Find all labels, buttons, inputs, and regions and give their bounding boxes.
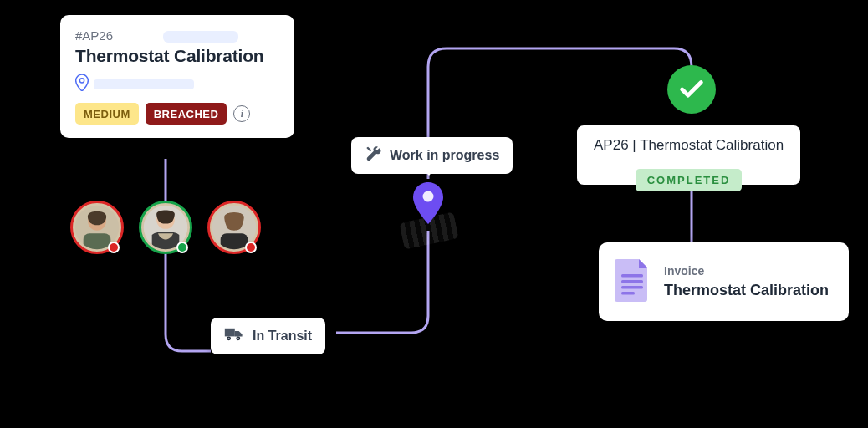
- document-icon: [614, 257, 651, 306]
- status-dot-available: [176, 242, 188, 253]
- invoice-title: Thermostat Calibration: [664, 281, 829, 300]
- map-pin-icon: [413, 182, 443, 227]
- svg-point-16: [423, 191, 434, 202]
- completed-badge: COMPLETED: [636, 169, 743, 191]
- invoice-card[interactable]: Invoice Thermostat Calibration: [599, 242, 849, 321]
- svg-rect-18: [621, 280, 643, 283]
- avatar[interactable]: [70, 201, 124, 254]
- success-check-icon: [667, 65, 716, 114]
- completed-card[interactable]: AP26 | Thermostat Calibration COMPLETED: [577, 125, 800, 185]
- svg-rect-19: [621, 286, 643, 289]
- svg-point-15: [237, 338, 239, 339]
- ticket-card[interactable]: #AP26 Thermostat Calibration MEDIUM BREA…: [60, 15, 294, 138]
- completed-title: AP26 | Thermostat Calibration: [594, 137, 784, 154]
- ticket-title: Thermostat Calibration: [75, 46, 279, 66]
- avatar[interactable]: [139, 201, 192, 254]
- technician-avatars: [70, 201, 261, 254]
- location-pin-icon: [75, 74, 89, 94]
- sla-badge: BREACHED: [146, 103, 227, 125]
- tooltip-pointer: [421, 167, 437, 176]
- priority-badge: MEDIUM: [75, 103, 139, 125]
- svg-rect-4: [84, 233, 111, 252]
- tools-icon: [365, 145, 381, 166]
- work-in-progress-label: Work in progress: [390, 148, 499, 163]
- status-dot-unavailable: [108, 242, 120, 253]
- truck-icon: [224, 326, 244, 346]
- svg-rect-11: [221, 233, 248, 252]
- in-transit-chip[interactable]: In Transit: [211, 318, 325, 354]
- ticket-location-row: [75, 74, 279, 94]
- redacted-placeholder: [94, 79, 194, 89]
- in-transit-label: In Transit: [253, 329, 312, 344]
- ticket-id: #AP26: [75, 28, 279, 43]
- avatar[interactable]: [207, 201, 261, 254]
- svg-point-0: [79, 79, 84, 83]
- invoice-label: Invoice: [664, 264, 829, 278]
- svg-point-13: [228, 338, 230, 339]
- ticket-tags: MEDIUM BREACHED i: [75, 103, 279, 125]
- status-dot-unavailable: [245, 242, 257, 253]
- redacted-placeholder: [163, 31, 238, 43]
- info-icon[interactable]: i: [233, 105, 250, 122]
- svg-rect-17: [621, 274, 643, 278]
- svg-rect-20: [621, 292, 635, 295]
